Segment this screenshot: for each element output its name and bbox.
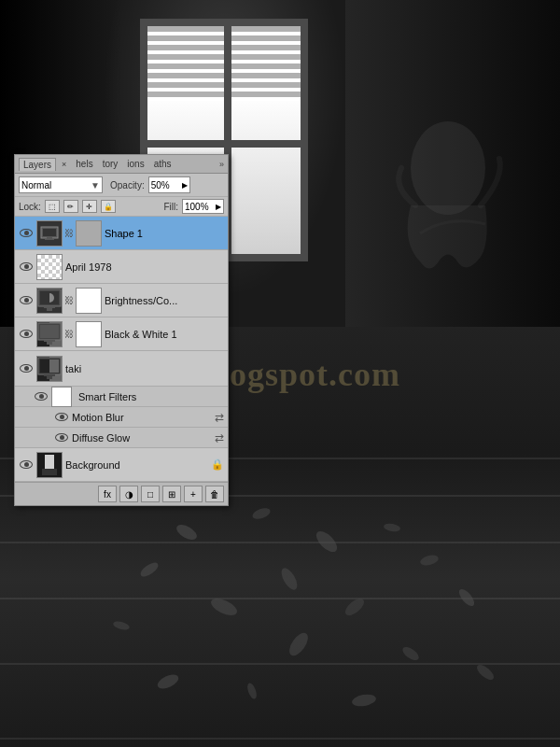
svg-point-7 [419, 554, 440, 568]
layer-name-motion-blur: Motion Blur [72, 412, 212, 423]
layer-thumbs-brightness: ⛓ [36, 288, 102, 314]
svg-point-16 [351, 693, 377, 708]
new-adjustment-button[interactable]: □ [141, 486, 160, 502]
tab-hels[interactable]: hels [72, 158, 96, 170]
add-fx-button[interactable]: fx [98, 486, 117, 502]
blend-opacity-row: Normal ▼ Opacity: 50% ▶ [15, 174, 228, 197]
lock-all-btn[interactable]: 🔒 [101, 200, 116, 213]
filter-options-motion-blur[interactable]: ⇄ [215, 411, 224, 424]
svg-rect-37 [42, 469, 57, 475]
svg-point-10 [456, 586, 477, 608]
lock-label: Lock: [19, 202, 41, 212]
svg-point-8 [208, 595, 239, 618]
link-icon-shape1: ⛓ [64, 228, 74, 238]
smart-filters-thumb [51, 387, 72, 407]
layer-row-shape1[interactable]: ⛓ Shape 1 [15, 217, 228, 250]
fill-input[interactable]: 100% ▶ [182, 199, 224, 214]
svg-rect-27 [40, 325, 59, 338]
lock-background-icon: 🔒 [211, 458, 224, 471]
lock-fill-row: Lock: ⬚ ✏ ✛ 🔒 Fill: 100% ▶ [15, 197, 228, 217]
eye-icon-background[interactable] [19, 458, 34, 472]
svg-rect-29 [47, 342, 52, 345]
svg-rect-31 [40, 359, 49, 373]
fill-label: Fill: [163, 202, 178, 212]
link-icon-brightness: ⛓ [64, 295, 74, 305]
layer-name-brightness: Brightness/Co... [105, 295, 224, 306]
layer-thumb-april1978 [36, 254, 63, 280]
eye-icon-smart-filters[interactable] [34, 389, 49, 404]
lock-move-btn[interactable]: ✛ [82, 200, 97, 213]
svg-point-13 [400, 644, 421, 663]
svg-point-17 [474, 662, 496, 683]
new-layer-button[interactable]: + [184, 486, 203, 502]
ghost-figure [373, 112, 523, 317]
layer-row-april1978[interactable]: April 1978 [15, 250, 228, 284]
layer-thumb-mask-shape1 [76, 220, 102, 247]
lock-image-btn[interactable]: ✏ [63, 200, 78, 213]
svg-point-12 [286, 630, 312, 659]
layer-thumbs-shape1: ⛓ [36, 220, 102, 247]
panel-tab-bar: Layers × hels tory ions aths » [15, 155, 228, 174]
tab-layers[interactable]: Layers [19, 158, 56, 171]
delete-layer-button[interactable]: 🗑 [205, 486, 224, 502]
svg-point-2 [251, 506, 272, 521]
layer-name-blackwhite: Black & White 1 [105, 329, 224, 340]
layers-panel: Layers × hels tory ions aths » Normal ▼ … [14, 154, 229, 506]
svg-rect-36 [45, 455, 54, 469]
svg-point-0 [411, 121, 485, 215]
layer-thumb-main-blackwhite [36, 321, 63, 347]
eye-icon-brightness[interactable] [19, 293, 34, 308]
eye-icon-blackwhite[interactable] [19, 327, 34, 342]
opacity-input[interactable]: 50% ▶ [148, 176, 190, 193]
layer-thumb-main-brightness [36, 288, 63, 314]
layer-thumbs-april1978 [36, 254, 63, 280]
eye-icon-taki[interactable] [19, 361, 34, 376]
opacity-label: Opacity: [110, 180, 145, 190]
layer-name-diffuse-glow: Diffuse Glow [72, 432, 212, 444]
panel-scroll-arrows[interactable]: » [219, 160, 224, 169]
svg-rect-32 [49, 359, 59, 373]
panel-bottom-bar: fx ◑ □ ⊞ + 🗑 [15, 482, 228, 505]
svg-rect-24 [44, 306, 55, 308]
svg-point-11 [112, 620, 130, 631]
svg-point-5 [138, 560, 161, 580]
svg-point-9 [343, 596, 367, 619]
tab-aths[interactable]: aths [150, 158, 175, 170]
lock-transparent-btn[interactable]: ⬚ [45, 200, 60, 213]
tab-close[interactable]: × [58, 159, 70, 170]
layer-thumbs-blackwhite: ⛓ [36, 321, 102, 347]
layer-name-taki: taki [65, 363, 224, 374]
svg-point-14 [156, 671, 181, 691]
layer-row-diffuse-glow[interactable]: Diffuse Glow ⇄ [15, 428, 228, 448]
svg-rect-34 [47, 376, 52, 379]
svg-point-3 [313, 528, 341, 556]
layer-row-blackwhite[interactable]: ⛓ Black & White 1 [15, 317, 228, 351]
tab-ions[interactable]: ions [123, 158, 147, 170]
smart-filters-label: Smart Filters [78, 391, 224, 402]
add-mask-button[interactable]: ◑ [119, 486, 138, 502]
svg-rect-19 [43, 229, 56, 236]
layer-row-motion-blur[interactable]: Motion Blur ⇄ [15, 407, 228, 428]
layer-thumb-mask-brightness [76, 288, 102, 314]
layer-name-shape1: Shape 1 [105, 228, 224, 239]
layer-thumb-taki [36, 356, 63, 382]
tab-tory[interactable]: tory [99, 158, 122, 170]
svg-point-15 [245, 682, 259, 700]
blend-mode-dropdown[interactable]: Normal ▼ [19, 176, 103, 193]
layer-thumb-background [36, 452, 63, 478]
layer-thumbs-taki [36, 356, 63, 382]
layer-thumb-mask-blackwhite [76, 321, 102, 347]
svg-rect-25 [47, 308, 52, 311]
filter-options-diffuse-glow[interactable]: ⇄ [215, 431, 224, 444]
eye-icon-shape1[interactable] [19, 226, 34, 241]
eye-icon-april1978[interactable] [19, 260, 34, 275]
layer-thumbs-background [36, 452, 63, 478]
eye-icon-diffuse-glow[interactable] [54, 430, 69, 445]
new-group-button[interactable]: ⊞ [162, 486, 181, 502]
svg-rect-28 [44, 340, 55, 342]
layer-row-brightness[interactable]: ⛓ Brightness/Co... [15, 284, 228, 317]
layer-name-april1978: April 1978 [65, 261, 224, 273]
layer-row-taki[interactable]: taki [15, 351, 228, 387]
layer-row-background[interactable]: Background 🔒 [15, 448, 228, 482]
eye-icon-motion-blur[interactable] [54, 410, 69, 425]
